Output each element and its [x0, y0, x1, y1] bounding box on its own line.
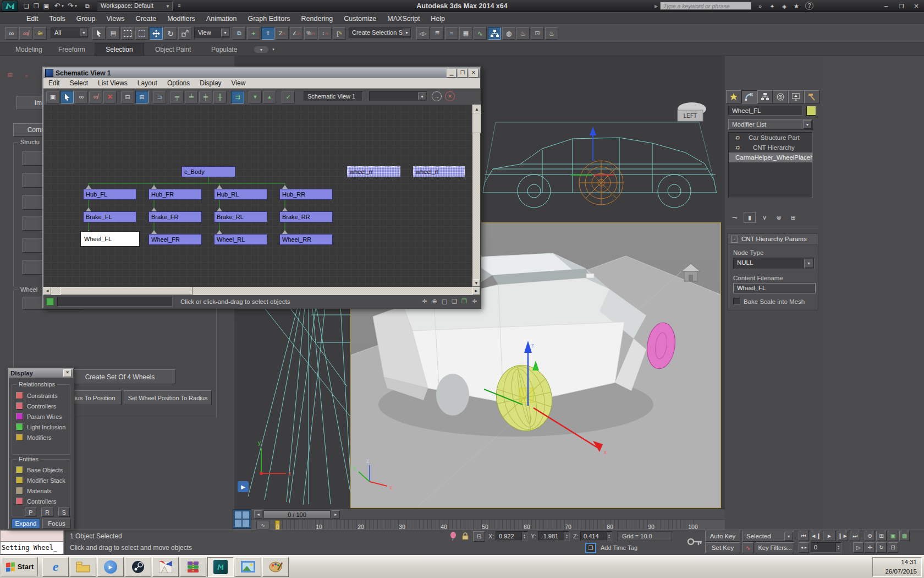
render-setup-icon[interactable]: ♨	[516, 27, 530, 40]
ribbon-minimize-icon[interactable]: ▼	[254, 46, 268, 53]
node-wheel-rr2[interactable]: Wheel_RR	[279, 234, 333, 245]
taskbar-steam-icon[interactable]	[125, 557, 151, 577]
go-to-end-icon[interactable]: ⏭	[850, 531, 860, 541]
home-view-icon[interactable]	[681, 263, 701, 283]
taskbar-photo-viewer-icon[interactable]	[235, 557, 261, 577]
pan-icon[interactable]: ✛	[420, 298, 430, 305]
node-brake-rr[interactable]: Brake_RR	[279, 211, 333, 222]
slider-right-arrow-button[interactable]: ►	[332, 510, 340, 519]
node-wheel-rf[interactable]: wheel_rf	[413, 166, 465, 177]
field-of-view-icon[interactable]: ▷	[853, 542, 864, 553]
configure-modifier-sets-icon[interactable]: ⊞	[788, 212, 799, 222]
stack-row-cnt-hierarchy[interactable]: ⛭ CNT Hierarchy	[729, 143, 812, 152]
param-wires-swatch[interactable]	[16, 413, 23, 420]
tab-modeling[interactable]: Modeling	[15, 43, 42, 56]
controllers-swatch[interactable]	[16, 402, 23, 410]
help-icon[interactable]: ?	[805, 2, 813, 10]
key-mode-dropdown[interactable]: Selected ▼	[743, 531, 794, 542]
time-slider-handle[interactable]: 0 / 100	[263, 510, 331, 519]
named-selection-sets-dropdown[interactable]: Create Selection Se ▼	[349, 28, 412, 39]
schematic-menu-select[interactable]: Select	[65, 78, 93, 88]
taskbar-paint-icon[interactable]	[262, 557, 289, 577]
content-filename-field[interactable]: Wheel_FL	[733, 283, 816, 293]
tab-display-icon[interactable]	[788, 90, 804, 103]
restore-window-icon[interactable]: ❐	[894, 1, 909, 11]
x-coordinate-field[interactable]: 0.922 ▲▼	[496, 531, 527, 541]
minimize-window-icon[interactable]: –	[879, 1, 893, 11]
free-all-icon[interactable]: ╪	[199, 91, 212, 103]
rollout-collapse-icon[interactable]: -	[731, 236, 738, 243]
select-and-rotate-icon[interactable]: ↻	[164, 27, 177, 40]
materials-swatch[interactable]	[16, 487, 23, 494]
new-key-curve-icon[interactable]: ∿	[743, 542, 754, 553]
node-hub-fl[interactable]: Hub_FL	[83, 189, 136, 200]
show-end-result-icon[interactable]: ▮	[744, 212, 756, 223]
grow-icon[interactable]: ▲	[263, 91, 276, 103]
schematic-menu-layout[interactable]: Layout	[133, 78, 162, 88]
selection-lock-icon[interactable]	[462, 532, 469, 540]
menu-tools[interactable]: Tools	[44, 13, 71, 24]
delete-objects-icon[interactable]: ✕	[103, 91, 117, 103]
y-coordinate-field[interactable]: -1.981 ▲▼	[538, 531, 570, 541]
display-floater[interactable]: Display ✕ Relationships Constraints Cont…	[8, 368, 74, 530]
always-arrange-icon[interactable]: ⊐	[153, 91, 166, 103]
p-button[interactable]: P	[25, 508, 36, 517]
open-file-icon[interactable]: ❒	[32, 2, 41, 10]
tab-modify-icon[interactable]	[741, 90, 757, 103]
taskbar-media-player-icon[interactable]: ►	[97, 557, 124, 577]
snap-toggle-icon[interactable]: 2∩	[276, 27, 289, 40]
clock-date[interactable]: 26/07/2015	[885, 567, 917, 576]
constraints-row[interactable]: Constraints	[16, 390, 70, 401]
make-unique-icon[interactable]: ∨	[759, 212, 770, 222]
materials-row[interactable]: Materials	[16, 486, 70, 496]
node-c-body[interactable]: c_Body	[182, 166, 235, 177]
next-frame-icon[interactable]: ❙►	[838, 531, 848, 541]
node-brake-fr[interactable]: Brake_FR	[148, 211, 202, 222]
menu-rendering[interactable]: Rendering	[296, 13, 339, 24]
notification-balloon-icon[interactable]	[450, 532, 457, 541]
modifier-list-arrow-icon[interactable]: ▼	[803, 120, 812, 129]
node-hub-rr[interactable]: Hub_RR	[279, 189, 333, 200]
select-by-name-icon[interactable]: ▤	[107, 27, 120, 40]
track-ruler[interactable]: 0 10 20 30 40 50 60 70 80 90 100	[278, 520, 694, 531]
render-production-icon[interactable]: ♨	[545, 27, 558, 40]
named-selection-sets-arrow-icon[interactable]: ▼	[403, 29, 411, 37]
keyboard-override-icon[interactable]: ⇧	[261, 27, 274, 40]
selection-filter-dropdown[interactable]: All ▼	[51, 28, 89, 39]
edit-named-selections-icon[interactable]: {✎	[333, 27, 346, 40]
scroll-up-icon[interactable]: ▲	[472, 105, 481, 113]
rendered-frame-icon[interactable]: ⊡	[531, 27, 544, 40]
track-bar[interactable]: ∿ 0 10 20 30 40 50 60 70 80 90 100	[234, 519, 725, 530]
node-brake-rl[interactable]: Brake_RL	[214, 211, 267, 222]
key-mode-arrow-icon[interactable]: ▼	[784, 532, 793, 541]
z-spinner[interactable]: ▲▼	[606, 532, 612, 541]
node-wheel-fl-rename-input[interactable]: Wheel_FL	[81, 232, 139, 246]
pan-view-icon[interactable]: ✛	[865, 542, 875, 553]
bookmark-arrow-icon[interactable]: ▼	[418, 92, 426, 100]
schematic-menu-display[interactable]: Display	[195, 78, 226, 88]
menu-help[interactable]: Help	[425, 13, 450, 24]
light-inclusion-row[interactable]: Light Inclusion	[16, 422, 70, 432]
tab-object-paint[interactable]: Object Paint	[155, 43, 191, 56]
stack-row-car-structure-part[interactable]: ⛭ Car Structure Part	[729, 133, 812, 143]
expand-button[interactable]: Expand	[12, 519, 40, 528]
x-spinner[interactable]: ▲▼	[521, 532, 527, 541]
zoom-viewport-icon[interactable]: ⊕	[865, 531, 875, 541]
schematic-menu-list-views[interactable]: List Views	[93, 78, 133, 88]
maximize-viewport-icon[interactable]: ⊡	[888, 542, 898, 553]
window-crossing-icon[interactable]	[135, 27, 148, 40]
isolate-selection-icon[interactable]: ❐	[585, 543, 596, 553]
schematic-menu-view[interactable]: View	[227, 78, 251, 88]
zoom-extents-icon[interactable]: ❏	[449, 298, 459, 305]
close-window-icon[interactable]: ✕	[910, 1, 923, 11]
focus-button[interactable]: Focus	[42, 519, 71, 528]
next-bookmark-icon[interactable]: →	[432, 91, 442, 101]
reference-coordinate-dropdown[interactable]: View ▼	[194, 28, 230, 39]
graphite-ribbon-icon[interactable]: ▦	[459, 27, 472, 40]
infocenter-search-input[interactable]	[660, 2, 751, 10]
schematic-hscrollbar[interactable]: ◄ ►	[43, 287, 480, 295]
menu-animation[interactable]: Animation	[201, 13, 243, 24]
menu-group[interactable]: Group	[71, 13, 101, 24]
curve-editor-icon[interactable]: ∿	[474, 27, 487, 40]
search-go-icon[interactable]: »	[756, 2, 765, 10]
